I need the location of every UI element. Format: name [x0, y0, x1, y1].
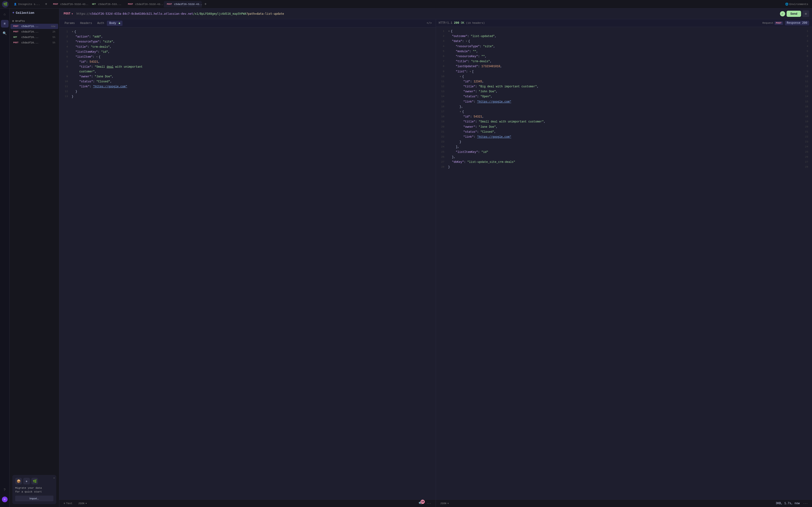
- request-tab-4[interactable]: POST c5da3f26-532d-43... ✕: [164, 1, 202, 8]
- nav-help-icon[interactable]: ?: [1, 486, 8, 494]
- method-post-2: POST: [13, 31, 20, 33]
- response-body-viewer[interactable]: 1 ▾{ 1 2 "outcome": "list-updated", 2 3 …: [436, 27, 812, 499]
- nav-avatar[interactable]: U: [1, 496, 8, 503]
- resp-line-10: 10 ▾{ 10: [436, 74, 812, 79]
- response-bottom-right: 3KB, 1.7s, now ···: [776, 501, 809, 506]
- item-name-2: c5da3f26...: [21, 31, 51, 33]
- response-bottom-bar: JSON ▾ 3KB, 1.7s, now ···: [436, 499, 812, 507]
- resp-line-14: 14 "status": "Open", 14: [436, 94, 812, 99]
- request-label: Request: [762, 21, 773, 24]
- nav-home-icon[interactable]: ⌂: [1, 10, 8, 18]
- migrate-icons: 📦 ✈️ 🌿: [15, 478, 53, 485]
- request-method-section: Request POST: [762, 21, 783, 25]
- method-dropdown-arrow: ▾: [71, 12, 73, 16]
- response-json-arrow: ▾: [447, 502, 449, 505]
- resp-line-7: 7 "title": "crm-deals", 7: [436, 59, 812, 64]
- request-tab-2[interactable]: GET c5da3f26-533...: [89, 1, 124, 8]
- environments-icon: 🌐: [785, 3, 789, 6]
- method-badge-3: POST: [127, 3, 134, 6]
- code-toggle-icon[interactable]: </>: [426, 21, 433, 26]
- json-format-button[interactable]: JSON ▾: [77, 501, 88, 506]
- req-line-5: 5 "listItemKey": "id",: [59, 50, 436, 55]
- url-path: /x1/BpLFQ48gmyljc6dS16_map5hPWA: [193, 12, 246, 15]
- migrate-card: ✕ 📦 ✈️ 🌿 Migrate your datafor a quick st…: [12, 475, 56, 504]
- method-selector[interactable]: POST ▾: [62, 11, 74, 17]
- resp-line-25: 25 "listItemKey": "id" 25: [436, 150, 812, 155]
- url-query: ?path=data-list-update: [246, 12, 284, 15]
- tab-params[interactable]: Params: [62, 21, 77, 26]
- scroll-badge: 28: [421, 500, 425, 504]
- method-get-3: GET: [13, 36, 20, 39]
- migrate-icon-2: ✈️: [23, 478, 30, 485]
- tab-headers[interactable]: Headers: [77, 21, 94, 26]
- split-pane: Params Headers Auth Body </> 1 ▾{ 2: [59, 19, 812, 507]
- request-body-viewer[interactable]: 1 ▾{ 2 "action": "add", 3 "resourceType"…: [59, 27, 436, 499]
- response-header: HTTP/1.1 200 OK (19 headers) Request POS…: [436, 19, 812, 27]
- tab-4-id: c5da3f26-532d-43...: [174, 3, 202, 6]
- resp-line-16: 16 }, 16: [436, 104, 812, 109]
- content-area: POST ▾ https://c5da3f26-532d-433a-84c7-0…: [59, 8, 812, 507]
- request-panel: Params Headers Auth Body </> 1 ▾{ 2: [59, 19, 436, 507]
- method-post-1: POST: [13, 25, 20, 27]
- sidebar-bottom: ✕ 📦 ✈️ 🌿 Migrate your datafor a quick st…: [9, 472, 59, 507]
- collection-header[interactable]: + Collection: [9, 8, 59, 17]
- url-bar-actions: ✓ Send ⊞: [780, 10, 809, 17]
- tab-1-label: Incognito s...: [18, 3, 40, 6]
- sidebar-item-1[interactable]: POST c5da3f26... now: [10, 24, 58, 29]
- resp-line-19: 19 "title": "Small deal with unimportant…: [436, 119, 812, 124]
- method-post-4: POST: [13, 42, 20, 44]
- nav-collection-icon[interactable]: ≡: [1, 20, 8, 27]
- url-display: https://c5da3f26-532d-433a-84c7-0c8e6166…: [76, 12, 778, 15]
- checkmark-icon: ✓: [780, 11, 785, 16]
- resp-line-15: 15 "link": "https://google.com" 15: [436, 100, 812, 104]
- layout-toggle-button[interactable]: ⊞: [803, 10, 809, 17]
- item-time-4: 5h: [52, 42, 55, 44]
- align-icon: ≡: [64, 502, 65, 505]
- drafts-header: ⊞ Drafts: [9, 18, 59, 23]
- req-line-7: 7 "id": 54321,: [59, 60, 436, 65]
- item-time-3: 5h: [52, 36, 55, 39]
- request-tab-3[interactable]: POST c5da3f26-532d-43...: [125, 1, 163, 8]
- response-json-button[interactable]: JSON ▾: [439, 501, 450, 506]
- new-tab-button[interactable]: +: [203, 1, 209, 7]
- resp-line-6: 6 "resourceKey": "", 6: [436, 54, 812, 59]
- nav-search-icon[interactable]: 🔍: [1, 30, 8, 37]
- response-panel: HTTP/1.1 200 OK (19 headers) Request POS…: [436, 19, 812, 507]
- url-scheme: https://: [76, 12, 90, 15]
- tab-body[interactable]: Body: [107, 21, 122, 26]
- method-badge-1: POST: [52, 3, 59, 6]
- migrate-close-button[interactable]: ✕: [53, 476, 55, 480]
- tab-bar: 🌿 👤 Incognito s... + POST c5da3f26-532d-…: [0, 0, 812, 8]
- text-format-button[interactable]: ≡ Text: [62, 501, 74, 506]
- send-button[interactable]: Send: [787, 11, 801, 17]
- resp-line-11: 11 "id": 12345, 11: [436, 79, 812, 84]
- new-tab-button-browser[interactable]: +: [43, 1, 49, 7]
- environments-button[interactable]: 🌐 Environments: [783, 2, 810, 7]
- request-bottom-bar: ≡ Text JSON ▾ 🔍 28 ···: [59, 499, 436, 507]
- incognito-icon: 👤: [14, 3, 17, 6]
- more-response-button[interactable]: ···: [802, 501, 809, 506]
- req-line-13: 13 }: [59, 94, 436, 99]
- req-line-9: 9 "owner": "Jane Doe",: [59, 74, 436, 79]
- request-tab-1[interactable]: POST c5da3f26-532d-43...: [50, 1, 88, 8]
- sidebar-item-4[interactable]: POST c5da3f26... 5h: [10, 40, 58, 45]
- sidebar-item-3[interactable]: GET c5da3f26... 5h: [10, 35, 58, 40]
- resp-line-13: 13 "owner": "John Doe", 13: [436, 89, 812, 94]
- resp-line-26: 26 }, 26: [436, 155, 812, 160]
- import-button[interactable]: Import...: [15, 496, 53, 501]
- request-tabs: Params Headers Auth Body </>: [59, 19, 436, 27]
- method-badge-4: POST: [166, 3, 173, 6]
- item-name-1: c5da3f26...: [21, 25, 50, 28]
- resp-line-18: 18 "id": 54321, 18: [436, 114, 812, 119]
- browser-tab-1[interactable]: 👤 Incognito s...: [11, 1, 42, 8]
- more-request-button[interactable]: ···: [425, 501, 433, 506]
- item-name-3: c5da3f26...: [21, 36, 51, 39]
- json-dropdown-arrow: ▾: [85, 502, 87, 505]
- environments-label: Environments: [790, 3, 808, 6]
- tab-auth[interactable]: Auth: [95, 21, 107, 26]
- sidebar-item-2[interactable]: POST c5da3f26... 2h: [10, 29, 58, 35]
- response-tab[interactable]: Response 200: [785, 21, 809, 25]
- resp-line-27: 27 "dbKey": "list-update_site_crm-deals"…: [436, 160, 812, 165]
- sidebar: + Collection ⊞ Drafts POST c5da3f26... n…: [9, 8, 59, 507]
- main-layout: ⌂ ≡ 🔍 ? U + Collection ⊞ Drafts POST c5d…: [0, 8, 812, 507]
